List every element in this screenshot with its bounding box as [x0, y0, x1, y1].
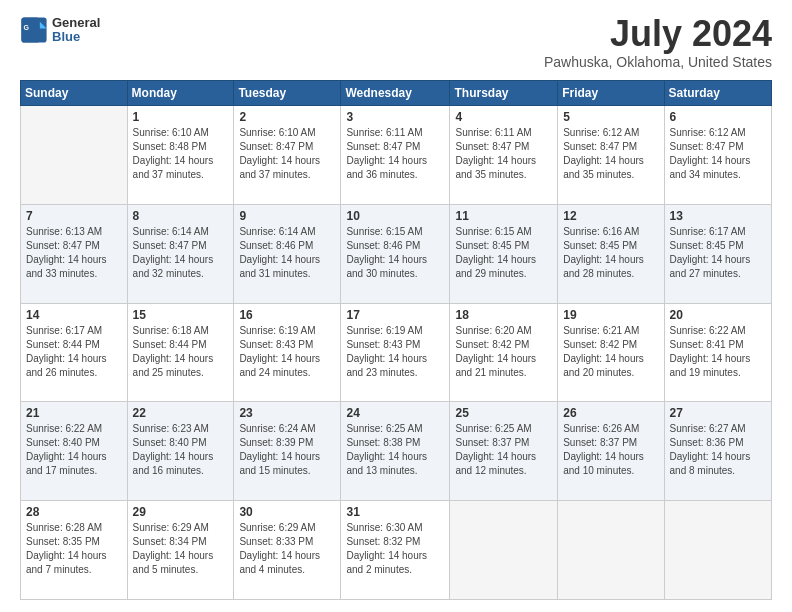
- calendar-col-header: Tuesday: [234, 81, 341, 106]
- day-number: 22: [133, 406, 229, 420]
- day-number: 3: [346, 110, 444, 124]
- calendar-week-row: 7 Sunrise: 6:13 AM Sunset: 8:47 PM Dayli…: [21, 204, 772, 303]
- header: G General Blue July 2024 Pawhuska, Oklah…: [20, 16, 772, 70]
- day-number: 19: [563, 308, 658, 322]
- day-number: 18: [455, 308, 552, 322]
- calendar-cell: 10 Sunrise: 6:15 AM Sunset: 8:46 PM Dayl…: [341, 204, 450, 303]
- day-number: 11: [455, 209, 552, 223]
- calendar-cell: 31 Sunrise: 6:30 AM Sunset: 8:32 PM Dayl…: [341, 501, 450, 600]
- day-info: Sunrise: 6:11 AM Sunset: 8:47 PM Dayligh…: [346, 126, 444, 182]
- day-number: 7: [26, 209, 122, 223]
- calendar-cell: [450, 501, 558, 600]
- calendar-cell: 11 Sunrise: 6:15 AM Sunset: 8:45 PM Dayl…: [450, 204, 558, 303]
- day-number: 21: [26, 406, 122, 420]
- day-info: Sunrise: 6:27 AM Sunset: 8:36 PM Dayligh…: [670, 422, 766, 478]
- calendar-col-header: Sunday: [21, 81, 128, 106]
- logo-line2: Blue: [52, 30, 100, 44]
- day-info: Sunrise: 6:11 AM Sunset: 8:47 PM Dayligh…: [455, 126, 552, 182]
- day-info: Sunrise: 6:14 AM Sunset: 8:46 PM Dayligh…: [239, 225, 335, 281]
- logo-text: General Blue: [52, 16, 100, 45]
- calendar-cell: 12 Sunrise: 6:16 AM Sunset: 8:45 PM Dayl…: [558, 204, 664, 303]
- calendar-col-header: Wednesday: [341, 81, 450, 106]
- calendar-cell: 29 Sunrise: 6:29 AM Sunset: 8:34 PM Dayl…: [127, 501, 234, 600]
- day-number: 29: [133, 505, 229, 519]
- main-title: July 2024: [544, 16, 772, 52]
- calendar-cell: 14 Sunrise: 6:17 AM Sunset: 8:44 PM Dayl…: [21, 303, 128, 402]
- calendar-cell: 7 Sunrise: 6:13 AM Sunset: 8:47 PM Dayli…: [21, 204, 128, 303]
- day-info: Sunrise: 6:10 AM Sunset: 8:48 PM Dayligh…: [133, 126, 229, 182]
- day-info: Sunrise: 6:13 AM Sunset: 8:47 PM Dayligh…: [26, 225, 122, 281]
- calendar-cell: 4 Sunrise: 6:11 AM Sunset: 8:47 PM Dayli…: [450, 106, 558, 205]
- calendar-cell: 17 Sunrise: 6:19 AM Sunset: 8:43 PM Dayl…: [341, 303, 450, 402]
- calendar-cell: [21, 106, 128, 205]
- calendar-cell: [664, 501, 771, 600]
- day-info: Sunrise: 6:16 AM Sunset: 8:45 PM Dayligh…: [563, 225, 658, 281]
- day-info: Sunrise: 6:15 AM Sunset: 8:45 PM Dayligh…: [455, 225, 552, 281]
- calendar-cell: 19 Sunrise: 6:21 AM Sunset: 8:42 PM Dayl…: [558, 303, 664, 402]
- day-number: 4: [455, 110, 552, 124]
- day-number: 30: [239, 505, 335, 519]
- calendar-col-header: Saturday: [664, 81, 771, 106]
- day-number: 23: [239, 406, 335, 420]
- day-info: Sunrise: 6:14 AM Sunset: 8:47 PM Dayligh…: [133, 225, 229, 281]
- day-number: 15: [133, 308, 229, 322]
- day-info: Sunrise: 6:19 AM Sunset: 8:43 PM Dayligh…: [346, 324, 444, 380]
- day-info: Sunrise: 6:12 AM Sunset: 8:47 PM Dayligh…: [563, 126, 658, 182]
- calendar-week-row: 1 Sunrise: 6:10 AM Sunset: 8:48 PM Dayli…: [21, 106, 772, 205]
- logo: G General Blue: [20, 16, 100, 45]
- calendar-cell: [558, 501, 664, 600]
- day-number: 28: [26, 505, 122, 519]
- calendar-col-header: Thursday: [450, 81, 558, 106]
- day-number: 13: [670, 209, 766, 223]
- calendar-cell: 9 Sunrise: 6:14 AM Sunset: 8:46 PM Dayli…: [234, 204, 341, 303]
- calendar-cell: 23 Sunrise: 6:24 AM Sunset: 8:39 PM Dayl…: [234, 402, 341, 501]
- calendar-cell: 25 Sunrise: 6:25 AM Sunset: 8:37 PM Dayl…: [450, 402, 558, 501]
- day-info: Sunrise: 6:22 AM Sunset: 8:40 PM Dayligh…: [26, 422, 122, 478]
- day-info: Sunrise: 6:23 AM Sunset: 8:40 PM Dayligh…: [133, 422, 229, 478]
- day-number: 10: [346, 209, 444, 223]
- day-info: Sunrise: 6:22 AM Sunset: 8:41 PM Dayligh…: [670, 324, 766, 380]
- logo-icon: G: [20, 16, 48, 44]
- day-number: 26: [563, 406, 658, 420]
- calendar-cell: 15 Sunrise: 6:18 AM Sunset: 8:44 PM Dayl…: [127, 303, 234, 402]
- calendar-cell: 3 Sunrise: 6:11 AM Sunset: 8:47 PM Dayli…: [341, 106, 450, 205]
- calendar-col-header: Monday: [127, 81, 234, 106]
- subtitle: Pawhuska, Oklahoma, United States: [544, 54, 772, 70]
- day-info: Sunrise: 6:15 AM Sunset: 8:46 PM Dayligh…: [346, 225, 444, 281]
- calendar-cell: 5 Sunrise: 6:12 AM Sunset: 8:47 PM Dayli…: [558, 106, 664, 205]
- calendar-cell: 6 Sunrise: 6:12 AM Sunset: 8:47 PM Dayli…: [664, 106, 771, 205]
- day-info: Sunrise: 6:25 AM Sunset: 8:38 PM Dayligh…: [346, 422, 444, 478]
- day-info: Sunrise: 6:19 AM Sunset: 8:43 PM Dayligh…: [239, 324, 335, 380]
- day-info: Sunrise: 6:20 AM Sunset: 8:42 PM Dayligh…: [455, 324, 552, 380]
- calendar-cell: 13 Sunrise: 6:17 AM Sunset: 8:45 PM Dayl…: [664, 204, 771, 303]
- day-info: Sunrise: 6:30 AM Sunset: 8:32 PM Dayligh…: [346, 521, 444, 577]
- calendar-cell: 26 Sunrise: 6:26 AM Sunset: 8:37 PM Dayl…: [558, 402, 664, 501]
- day-info: Sunrise: 6:26 AM Sunset: 8:37 PM Dayligh…: [563, 422, 658, 478]
- calendar-cell: 2 Sunrise: 6:10 AM Sunset: 8:47 PM Dayli…: [234, 106, 341, 205]
- day-number: 16: [239, 308, 335, 322]
- day-info: Sunrise: 6:28 AM Sunset: 8:35 PM Dayligh…: [26, 521, 122, 577]
- day-number: 12: [563, 209, 658, 223]
- day-number: 17: [346, 308, 444, 322]
- calendar-cell: 21 Sunrise: 6:22 AM Sunset: 8:40 PM Dayl…: [21, 402, 128, 501]
- day-number: 1: [133, 110, 229, 124]
- calendar-cell: 1 Sunrise: 6:10 AM Sunset: 8:48 PM Dayli…: [127, 106, 234, 205]
- page: G General Blue July 2024 Pawhuska, Oklah…: [0, 0, 792, 612]
- day-number: 8: [133, 209, 229, 223]
- calendar-col-header: Friday: [558, 81, 664, 106]
- day-number: 6: [670, 110, 766, 124]
- day-info: Sunrise: 6:29 AM Sunset: 8:33 PM Dayligh…: [239, 521, 335, 577]
- day-number: 24: [346, 406, 444, 420]
- day-info: Sunrise: 6:17 AM Sunset: 8:44 PM Dayligh…: [26, 324, 122, 380]
- calendar-week-row: 14 Sunrise: 6:17 AM Sunset: 8:44 PM Dayl…: [21, 303, 772, 402]
- svg-text:G: G: [24, 24, 30, 31]
- day-number: 31: [346, 505, 444, 519]
- day-number: 2: [239, 110, 335, 124]
- day-info: Sunrise: 6:25 AM Sunset: 8:37 PM Dayligh…: [455, 422, 552, 478]
- day-number: 27: [670, 406, 766, 420]
- calendar-cell: 28 Sunrise: 6:28 AM Sunset: 8:35 PM Dayl…: [21, 501, 128, 600]
- calendar-cell: 18 Sunrise: 6:20 AM Sunset: 8:42 PM Dayl…: [450, 303, 558, 402]
- calendar-header-row: SundayMondayTuesdayWednesdayThursdayFrid…: [21, 81, 772, 106]
- calendar-table: SundayMondayTuesdayWednesdayThursdayFrid…: [20, 80, 772, 600]
- day-info: Sunrise: 6:21 AM Sunset: 8:42 PM Dayligh…: [563, 324, 658, 380]
